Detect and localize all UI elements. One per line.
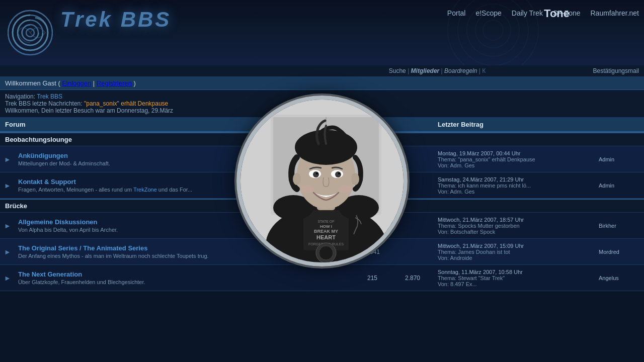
ankuendigungen-by: Von: Adm. Ges	[438, 162, 589, 168]
arrow-icon-5: ►	[4, 274, 11, 282]
visit-text: Willkommen, Dein letzter Besuch war am D…	[5, 107, 173, 114]
arrow-icon-2: ►	[4, 182, 11, 190]
svg-text:HEART: HEART	[316, 234, 336, 240]
site-title: Trek BBS	[60, 8, 171, 32]
tng-date: Sonntag, 11.März 2007, 10:58 Uhr	[438, 269, 589, 275]
svg-point-30	[313, 171, 319, 177]
last-col-header: Letzter Beitrag	[433, 118, 594, 131]
forum-ankuendigungen-link[interactable]: Ankündigungen	[18, 152, 68, 159]
tone-label: Tone	[544, 7, 570, 20]
svg-point-33	[338, 172, 340, 174]
header-nav: Portal e!Scope Daily Trek SF-Zone Raumfa…	[447, 9, 639, 17]
arrow-icon-3: ►	[4, 222, 11, 230]
tng-posts: 215	[352, 272, 392, 285]
svg-point-35	[338, 185, 352, 193]
svg-point-37	[351, 173, 359, 185]
tng-last: Sonntag, 11.März 2007, 10:58 Uhr Thema: …	[433, 266, 594, 290]
ankuendigungen-last: Montag, 19.März 2007, 00:44 Uhr Thema: "…	[433, 147, 594, 171]
forum-allgemein-link[interactable]: Allgemeine Diskussionen	[18, 218, 98, 226]
mitglieder-link[interactable]: Mitglieder	[411, 67, 440, 74]
tos-theme: Thema: James Doohan ist tot	[438, 249, 589, 255]
ankuendigungen-date: Montag, 19.März 2007, 00:44 Uhr	[438, 150, 589, 156]
allgemein-who: Birkher	[594, 220, 644, 232]
tng-theme: Thema: Stewart "Star Trek"	[438, 275, 589, 281]
forum-tng-info: ► The Next Generation Über Glatzkopfe, F…	[0, 267, 352, 288]
nav-label: Navigation:	[5, 93, 35, 100]
allgemein-date: Mittwoch, 21.März 2007, 18:57 Uhr	[438, 217, 589, 223]
kontakt-theme: Thema: ich kann meine pms nicht lö...	[438, 183, 589, 189]
nav-portal[interactable]: Portal	[447, 9, 466, 17]
svg-text:STATE OF: STATE OF	[317, 220, 334, 223]
forum-row-tng: ► The Next Generation Über Glatzkopfe, F…	[0, 265, 644, 291]
trekzone-link[interactable]: TrekZone	[133, 187, 157, 193]
tng-threads: 2.870	[392, 272, 433, 285]
nav-raumfahrer[interactable]: Raumfahrer.net	[591, 9, 639, 17]
svg-point-5	[483, 20, 503, 40]
who-col-header	[594, 118, 644, 131]
svg-point-32	[316, 172, 318, 174]
tng-who: Angelus	[594, 272, 644, 284]
profile-photo-overlay: STATE OF HOW I BREAK MY HEART FORGET THE…	[236, 96, 408, 266]
kontakt-by: Von: Adm. Ges	[438, 189, 589, 195]
forum-tng-desc: Über Glatzkopfe, Frauenhelden und Blechg…	[18, 279, 347, 285]
trek-bbs-link[interactable]: Trek BBS	[37, 93, 62, 100]
tng-by: Von: 8.497 Ex...	[438, 281, 589, 287]
svg-point-34	[300, 185, 314, 193]
top-links-bar: Suche | Mitglieder | Boardregeln | К Bes…	[0, 65, 644, 77]
news-label: Trek BBS letzte Nachrichten:	[5, 100, 83, 107]
svg-text:HOW I: HOW I	[320, 224, 332, 229]
forum-tng-link[interactable]: The Next Generation	[18, 270, 82, 278]
allgemein-theme: Thema: Spocks Mutter gestorben	[438, 223, 589, 229]
tos-who: Mordred	[594, 246, 644, 258]
svg-point-6	[475, 13, 511, 48]
boardregeln-link[interactable]: Boardregeln	[444, 67, 477, 74]
suche-link[interactable]: Suche	[389, 67, 406, 74]
svg-point-31	[335, 171, 341, 177]
profile-photo: STATE OF HOW I BREAK MY HEART FORGET THE…	[240, 100, 404, 262]
arrow-icon-4: ►	[4, 248, 11, 256]
kontakt-date: Samstag, 24.März 2007, 21:29 Uhr	[438, 176, 589, 183]
forum-kontakt-link[interactable]: Kontakt & Support	[18, 178, 76, 186]
arrow-icon: ►	[4, 155, 11, 163]
nav-daily-trek[interactable]: Daily Trek	[512, 9, 543, 17]
svg-point-27	[295, 130, 357, 165]
svg-text:BREAK MY: BREAK MY	[314, 229, 338, 234]
allgemein-last: Mittwoch, 21.März 2007, 18:57 Uhr Thema:…	[433, 214, 594, 238]
tos-last: Mittwoch, 21.März 2007, 15:09 Uhr Thema:…	[433, 240, 594, 264]
welcome-bar: Willkommen Gast ( Einloggen | Registrier…	[0, 77, 644, 90]
forum-tos-link[interactable]: The Original Series / The Animated Serie…	[18, 244, 147, 252]
welcome-text: Willkommen Gast	[5, 79, 56, 87]
tos-date: Mittwoch, 21.März 2007, 15:09 Uhr	[438, 243, 589, 249]
registrieren-link[interactable]: Registrieren	[97, 79, 132, 87]
allgemein-by: Von: Botschafter Spock	[438, 229, 589, 235]
kontakt-last: Samstag, 24.März 2007, 21:29 Uhr Thema: …	[433, 173, 594, 198]
svg-point-22	[319, 246, 333, 260]
svg-point-36	[293, 173, 301, 185]
nav-escope[interactable]: e!Scope	[475, 9, 501, 17]
kontakt-who: Admin	[594, 179, 644, 192]
news-text: "pana_sonix" erhält Denkpause	[84, 100, 168, 107]
tos-by: Von: Androide	[438, 255, 589, 261]
einloggen-link[interactable]: Einloggen	[62, 79, 91, 87]
confirmation-mail-link[interactable]: Bestätigungsmail	[593, 67, 639, 74]
logo-spiral	[5, 3, 55, 63]
ankuendigungen-who: Admin	[594, 153, 644, 165]
ankuendigungen-theme: Thema: "pana_sonix" erhält Denkpause	[438, 156, 589, 162]
